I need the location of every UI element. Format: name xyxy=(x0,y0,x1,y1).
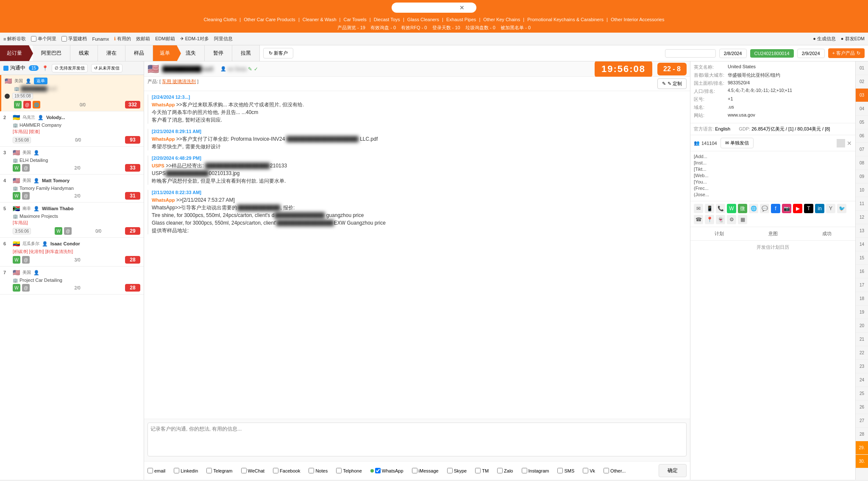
product-nav-other-car[interactable]: Other Car Care Products xyxy=(244,17,295,22)
email-icon-6[interactable]: @ xyxy=(22,256,30,264)
channel-sms-checkbox[interactable] xyxy=(557,468,563,473)
single-ali-checkbox[interactable] xyxy=(31,36,36,42)
num-03[interactable]: 03 xyxy=(856,89,868,102)
num-22[interactable]: 22 xyxy=(856,346,868,360)
soc-more2[interactable]: ▦ xyxy=(738,215,747,224)
num-12[interactable]: 12 xyxy=(856,211,868,224)
customer-card-3[interactable]: 3 🇺🇸 美国 👤 🏢 ELH Detailing W @ 2/0 33 xyxy=(0,147,144,175)
customer-card-4[interactable]: 4 🇺🇸 美国 👤 Matt Tomory 🏢 Tomory Family Ha… xyxy=(0,175,144,203)
tab-potential[interactable]: 潜在 xyxy=(98,45,125,61)
close-right-btn[interactable]: ✕ xyxy=(847,139,852,147)
toolbar-useful[interactable]: ℹ 有用的 xyxy=(114,36,131,42)
date-btn-1[interactable]: 2/8/2024 xyxy=(719,49,747,58)
channel-vk-checkbox[interactable] xyxy=(583,468,588,473)
browser-icon[interactable]: 🌐 xyxy=(33,101,40,108)
num-13[interactable]: 13 xyxy=(856,224,868,238)
num-09[interactable]: 09 xyxy=(856,170,868,184)
product-nav-key-chains[interactable]: Other Key Chains xyxy=(483,17,520,22)
wa-icon-6[interactable]: W xyxy=(13,256,20,264)
msg-ts-4[interactable]: [2/11/2024 8:22:33 AM] xyxy=(152,190,687,195)
toolbar-mass-edm[interactable]: ● 群发EDM xyxy=(841,36,865,42)
tab-pause[interactable]: 暂停 xyxy=(205,45,232,61)
soc-settings[interactable]: ⚙ xyxy=(727,215,736,224)
channel-skype-checkbox[interactable] xyxy=(447,468,453,473)
soc-youtube[interactable]: ▶ xyxy=(793,204,802,213)
soc-more1[interactable]: ☎ xyxy=(694,215,703,224)
customer-card-6[interactable]: 6 🇪🇨 厄瓜多尔 👤 Isaac Condor [积碳净] [化溶剂] [刹车… xyxy=(0,238,144,267)
num-28[interactable]: 28 xyxy=(856,428,868,441)
whatsapp-icon[interactable]: W xyxy=(14,101,22,108)
order-code-btn[interactable]: CU24021800014 xyxy=(750,49,794,58)
tab-blacklist[interactable]: 拉黑 xyxy=(232,45,260,61)
num-30[interactable]: 30. xyxy=(856,455,868,468)
soc-tiktok[interactable]: T xyxy=(804,204,813,213)
product-nav-glass-cleaners[interactable]: Glass Cleaners xyxy=(407,17,439,22)
channel-email-checkbox[interactable] xyxy=(147,468,153,473)
product-nav-diecast[interactable]: Diecast Toys xyxy=(374,17,400,22)
soc-map[interactable]: 📍 xyxy=(705,215,714,224)
search-input[interactable]: project xyxy=(397,5,456,11)
customer-card-7[interactable]: 7 🇺🇸 美国 👤 🏢 Project Car Detailing W @ 2/… xyxy=(0,267,144,295)
num-18[interactable]: 18 xyxy=(856,292,868,306)
soc-yelp[interactable]: Y xyxy=(826,204,835,213)
soc-globe[interactable]: 🌐 xyxy=(749,204,758,213)
filter-never-sent[interactable]: ↺ 从未开发信 xyxy=(91,64,122,72)
channel-tm-checkbox[interactable] xyxy=(475,468,481,473)
wa-icon-4[interactable]: W xyxy=(13,192,20,200)
soc-whatsapp[interactable]: W xyxy=(727,204,736,213)
num-01[interactable]: 01 xyxy=(856,61,868,75)
customer-card-5[interactable]: 5 🇿🇦 南非 👤 William Thabo 🏢 Maximore Proje… xyxy=(0,203,144,238)
date-btn-2[interactable]: 2/9/2024 xyxy=(797,49,825,58)
fumeng-checkbox[interactable] xyxy=(61,36,67,42)
product-link[interactable]: 车用 玻璃清洗剂 xyxy=(162,79,196,84)
product-nav-cleaner-wash[interactable]: Cleaner & Wash xyxy=(303,17,337,22)
confirm-btn[interactable]: 确定 xyxy=(659,464,687,477)
tab-moq[interactable]: 起订量 xyxy=(0,45,29,61)
email-icon-4[interactable]: @ xyxy=(22,192,30,200)
filter-input[interactable] xyxy=(665,49,716,58)
customer-product-btn[interactable]: + 客户产品 ↻ xyxy=(828,48,865,58)
soc-wechat[interactable]: 微 xyxy=(738,204,747,213)
product-nav-promo[interactable]: Promotional Keychains & Carabiners xyxy=(527,17,604,22)
tab-leads[interactable]: 线索 xyxy=(70,45,98,61)
product-nav-car-towels[interactable]: Car Towels xyxy=(343,17,366,22)
active-customer-card[interactable]: 🇺🇸 美国 👤 返单 🏢 ████████ LLC 19:56:08 W @ 🌐 xyxy=(0,75,144,111)
msg-ts-2[interactable]: [2/21/2024 8:29:11 AM] xyxy=(152,129,687,134)
product-nav-exhaust[interactable]: Exhaust Pipes xyxy=(446,17,476,22)
num-05[interactable]: 05 xyxy=(856,116,868,129)
product-nav-interior[interactable]: Other Interior Accessories xyxy=(611,17,665,22)
wa-icon-5[interactable]: W xyxy=(55,227,62,235)
num-04[interactable]: 04 xyxy=(856,102,868,116)
soc-twitter[interactable]: 🐦 xyxy=(837,204,846,213)
toolbar-funamx[interactable]: Funamx xyxy=(92,36,109,42)
single-send-btn[interactable]: ✉ 单独发信 xyxy=(721,138,754,148)
num-10[interactable]: 10 xyxy=(856,184,868,197)
soc-chat[interactable]: 💬 xyxy=(760,204,769,213)
num-14[interactable]: 14 xyxy=(856,238,868,251)
channel-telphone-checkbox[interactable] xyxy=(336,468,342,473)
soc-snapchat[interactable]: 👻 xyxy=(716,215,725,224)
tab-sample[interactable]: 样品 xyxy=(125,45,153,61)
tab-returns[interactable]: 返单 xyxy=(153,45,177,61)
wa-icon-7[interactable]: W xyxy=(13,284,20,292)
channel-notes-checkbox[interactable] xyxy=(309,468,314,473)
channel-wechat-checkbox[interactable] xyxy=(241,468,247,473)
toolbar-single-ali[interactable]: 单个阿里 xyxy=(31,36,56,42)
num-11[interactable]: 11 xyxy=(856,197,868,211)
num-07[interactable]: 07 xyxy=(856,143,868,156)
search-close-icon[interactable]: ✕ xyxy=(459,4,465,11)
soc-email[interactable]: ✉ xyxy=(694,204,703,213)
soc-phone[interactable]: 📱 xyxy=(705,204,714,213)
channel-instagram-checkbox[interactable] xyxy=(522,468,527,473)
toolbar-parse-google[interactable]: ≡ 解析谷歌 xyxy=(3,36,26,42)
soc-facebook[interactable]: f xyxy=(771,204,780,213)
num-20[interactable]: 20 xyxy=(856,319,868,333)
num-02[interactable]: 02 xyxy=(856,75,868,89)
channel-zalo-checkbox[interactable] xyxy=(497,468,503,473)
soc-call[interactable]: 📞 xyxy=(716,204,725,213)
compose-textarea[interactable] xyxy=(147,423,687,456)
toolbar-ali-info[interactable]: 阿里信息 xyxy=(214,36,233,42)
num-15[interactable]: 15 xyxy=(856,251,868,265)
num-19[interactable]: 19 xyxy=(856,306,868,319)
soc-linkedin[interactable]: in xyxy=(815,204,824,213)
